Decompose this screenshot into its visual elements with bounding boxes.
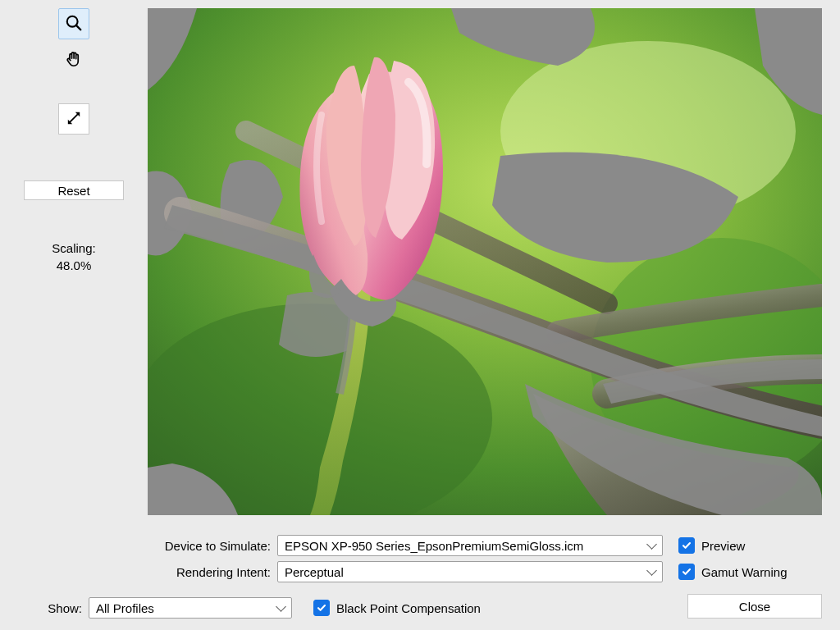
- fit-to-view-button[interactable]: [58, 103, 89, 135]
- svg-line-2: [70, 113, 79, 122]
- soft-proof-dialog: Reset Scaling: 48.0%: [0, 0, 840, 630]
- checkmark-icon: [682, 541, 692, 550]
- gamut-checkbox-row: Gamut Warning: [678, 560, 787, 583]
- checkmark-icon: [682, 567, 692, 577]
- fit-arrows-icon: [66, 111, 81, 128]
- intent-row: Rendering Intent: Perceptual: [123, 560, 663, 583]
- show-row: Show: All Profiles: [39, 596, 292, 619]
- gamut-warning-checkbox[interactable]: [678, 564, 695, 580]
- black-point-compensation-label: Black Point Compensation: [336, 601, 481, 615]
- close-button[interactable]: Close: [687, 594, 822, 619]
- gamut-warning-checkbox-label: Gamut Warning: [701, 565, 787, 579]
- scaling-label: Scaling:: [52, 241, 95, 255]
- show-label: Show:: [39, 601, 82, 615]
- close-button-label: Close: [739, 600, 770, 614]
- reset-button[interactable]: Reset: [24, 180, 124, 200]
- device-to-simulate-label: Device to Simulate:: [123, 539, 271, 553]
- device-row: Device to Simulate: EPSON XP-950 Series_…: [123, 534, 663, 557]
- black-point-compensation-checkbox[interactable]: [313, 600, 330, 616]
- scaling-value: 48.0%: [57, 258, 92, 272]
- zoom-tool-button[interactable]: [58, 8, 89, 39]
- reset-button-label: Reset: [57, 184, 89, 198]
- magnifier-icon: [65, 14, 83, 34]
- svg-line-1: [76, 25, 80, 29]
- pan-tool-button[interactable]: [58, 44, 89, 75]
- preview-image: [148, 8, 822, 515]
- rendering-intent-label: Rendering Intent:: [123, 565, 271, 579]
- hand-icon: [65, 50, 83, 71]
- preview-checkbox-label: Preview: [701, 539, 745, 553]
- rendering-intent-select[interactable]: Perceptual: [277, 561, 663, 582]
- checkmark-icon: [317, 603, 326, 613]
- preview-checkbox[interactable]: [678, 537, 695, 554]
- preview-canvas[interactable]: [148, 8, 822, 515]
- bpc-checkbox-row: Black Point Compensation: [313, 596, 481, 619]
- show-select[interactable]: All Profiles: [89, 597, 292, 619]
- tool-column: Reset Scaling: 48.0%: [23, 8, 125, 272]
- preview-checkbox-row: Preview: [678, 534, 745, 557]
- device-to-simulate-select[interactable]: EPSON XP-950 Series_EpsonPremiumSemiGlos…: [277, 535, 663, 556]
